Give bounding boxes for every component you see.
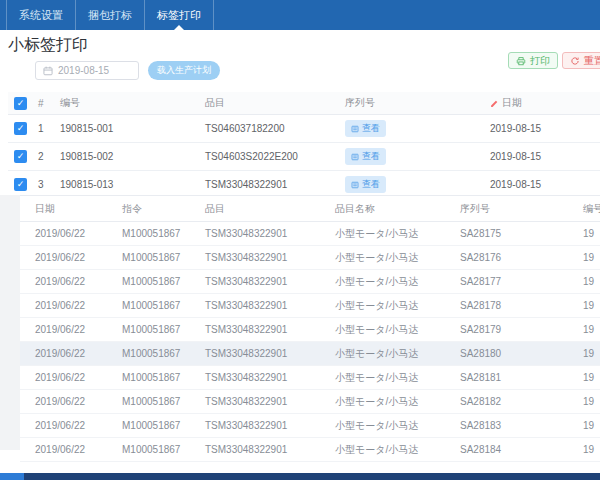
tab-label-printing[interactable]: 标签打印	[144, 0, 214, 30]
page-title: 小标签打印	[8, 35, 88, 56]
cell-code: 190815-001	[60, 123, 205, 134]
cell-date: 2019-08-15	[490, 179, 600, 190]
detail-table: 日期 指令 品目 品目名称 序列号 编号 2019/06/22 M1000518…	[20, 195, 600, 462]
cell-index: 2	[38, 151, 60, 162]
view-button[interactable]: 查看	[345, 176, 386, 193]
cell-item: TSM33048322901	[205, 179, 345, 190]
header-date: 日期	[490, 96, 600, 110]
cell-index: 1	[38, 123, 60, 134]
header-item: 品目	[205, 202, 335, 216]
row-checkbox[interactable]: ✓	[14, 122, 27, 135]
cell-code: 190815-013	[60, 179, 205, 190]
date-input[interactable]: 2019-08-15	[35, 61, 139, 80]
tab-system-settings[interactable]: 系统设置	[6, 0, 75, 30]
detail-table-row[interactable]: 2019/06/22 M100051867 TSM33048322901 小型モ…	[20, 366, 600, 390]
header-serial: 序列号	[460, 202, 583, 216]
plan-table-row: ✓ 2 190815-002 TS04603S2022E200 查看 2019-…	[8, 143, 600, 171]
cell-item: TS04603S2022E200	[205, 151, 345, 162]
refresh-icon	[570, 56, 580, 66]
detail-table-row[interactable]: 2019/06/22 M100051867 TSM33048322901 小型モ…	[20, 270, 600, 294]
detail-table-row-highlighted[interactable]: 2019/06/22 M100051867 TSM33048322901 小型モ…	[20, 342, 600, 366]
load-production-plan-button[interactable]: 载入生产计划	[148, 61, 220, 80]
plan-table-header: ✓ # 编号 品目 序列号 日期	[8, 92, 600, 115]
header-serial: 序列号	[345, 96, 490, 110]
detail-table-row[interactable]: 2019/06/22 M100051867 TSM33048322901 小型モ…	[20, 390, 600, 414]
date-edit-icon[interactable]	[490, 99, 499, 108]
header-code: 编号	[60, 96, 205, 110]
left-gutter	[0, 195, 20, 450]
date-value: 2019-08-15	[58, 65, 109, 76]
cell-code: 190815-002	[60, 151, 205, 162]
detail-table-row[interactable]: 2019/06/22 M100051867 TSM33048322901 小型モ…	[20, 294, 600, 318]
calendar-icon	[43, 66, 53, 76]
printer-icon	[516, 56, 526, 66]
reset-button-label: 重置	[584, 54, 600, 68]
plan-table: ✓ # 编号 品目 序列号 日期 ✓ 1 190815-001 TS046037…	[8, 92, 600, 199]
row-checkbox[interactable]: ✓	[14, 150, 27, 163]
view-button[interactable]: 查看	[345, 120, 386, 137]
footer-accent-segment	[0, 473, 24, 480]
top-nav: 系统设置 捆包打标 标签打印	[0, 0, 600, 30]
cell-date: 2019-08-15	[490, 123, 600, 134]
detail-table-row[interactable]: 2019/06/22 M100051867 TSM33048322901 小型モ…	[20, 318, 600, 342]
view-icon	[351, 181, 359, 189]
detail-table-row[interactable]: 2019/06/22 M100051867 TSM33048322901 小型モ…	[20, 438, 600, 462]
plan-table-row: ✓ 1 190815-001 TS046037182200 查看 2019-08…	[8, 115, 600, 143]
print-button-label: 打印	[530, 54, 550, 68]
header-index: #	[38, 98, 60, 109]
cell-index: 3	[38, 179, 60, 190]
header-date: 日期	[20, 202, 122, 216]
cell-date: 2019-08-15	[490, 151, 600, 162]
header-command: 指令	[122, 202, 205, 216]
detail-table-row[interactable]: 2019/06/22 M100051867 TSM33048322901 小型モ…	[20, 222, 600, 246]
view-button[interactable]: 查看	[345, 148, 386, 165]
header-code: 编号	[583, 202, 600, 216]
cell-item: TS046037182200	[205, 123, 345, 134]
view-icon	[351, 153, 359, 161]
detail-table-row[interactable]: 2019/06/22 M100051867 TSM33048322901 小型モ…	[20, 414, 600, 438]
tab-bundle-marking[interactable]: 捆包打标	[75, 0, 144, 30]
detail-table-row[interactable]: 2019/06/22 M100051867 TSM33048322901 小型モ…	[20, 246, 600, 270]
detail-table-header: 日期 指令 品目 品目名称 序列号 编号	[20, 195, 600, 222]
view-icon	[351, 125, 359, 133]
reset-button[interactable]: 重置	[562, 52, 600, 69]
header-item-name: 品目名称	[335, 202, 460, 216]
footer-bar	[0, 473, 600, 480]
select-all-checkbox[interactable]: ✓	[14, 97, 27, 110]
header-item: 品目	[205, 96, 345, 110]
row-checkbox[interactable]: ✓	[14, 178, 27, 191]
print-button[interactable]: 打印	[508, 52, 558, 69]
